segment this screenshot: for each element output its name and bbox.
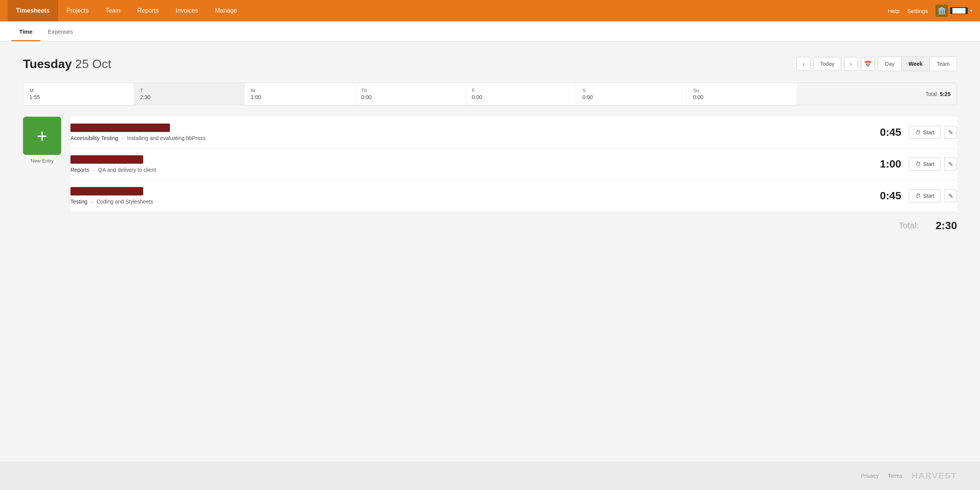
new-entry-column: + New Entry [23,117,61,239]
project-bar-2 [70,155,143,164]
fri-label: F [472,88,570,93]
total-row: Total: 2:30 [70,212,957,239]
clock-icon-3: ⏱ [915,193,921,199]
tab-time[interactable]: Time [11,21,40,41]
project-name-2: Reports [70,167,89,173]
entry-duration-2: 1:00 [871,158,901,170]
settings-link[interactable]: Settings [907,8,928,14]
tue-label: T [140,88,238,93]
week-day-sun[interactable]: Su 0:00 [687,83,797,105]
help-link[interactable]: Help [888,8,900,14]
week-day-wed[interactable]: W 1:00 [245,83,355,105]
week-day-thu[interactable]: Th 0:00 [355,83,466,105]
nav-items: Timesheets Projects Team Reports Invoice… [8,0,888,21]
footer: Privacy Terms HARVEST [0,462,980,490]
view-team-button[interactable]: Team [930,57,957,71]
nav-projects[interactable]: Projects [58,0,97,21]
calendar-icon: 📅 [864,60,872,68]
week-day-mon[interactable]: M 1:55 [23,83,134,105]
entry-info-3: Testing – Coding and Stylesheets [70,187,863,205]
sat-hours: 0:00 [582,94,680,100]
project-bar-3 [70,187,143,195]
date-controls: ‹ Today › 📅 Day Week Team [797,57,957,71]
top-navigation: Timesheets Projects Team Reports Invoice… [0,0,980,21]
week-total-text: Total: 5:25 [926,91,951,97]
nav-invoices[interactable]: Invoices [167,0,207,21]
brand-logo: HARVEST [911,471,957,481]
entry-duration-3: 0:45 [871,190,901,202]
nav-team[interactable]: Team [97,0,129,21]
topnav-right: Help Settings 🏛️ ████ ▾ [888,5,972,17]
week-total: Total: 5:25 [797,83,957,105]
timesheet-body: + New Entry Accessibility Testing – Inst… [23,117,957,239]
entry-description-1: Accessibility Testing – Installing and e… [70,135,863,141]
nav-reports[interactable]: Reports [129,0,167,21]
next-day-button[interactable]: › [844,57,858,71]
avatar: 🏛️ [936,5,948,17]
main-content: Tuesday 25 Oct ‹ Today › 📅 Day Week Team… [0,41,980,462]
edit-button-3[interactable]: ✎ [944,189,957,202]
entry-info-2: Reports – QA and delivery to client [70,155,863,173]
page-tabs: Time Expenses [0,21,980,41]
project-bar-1 [70,124,170,132]
task-3: Coding and Stylesheets [96,199,153,205]
project-name-3: Testing [70,199,87,205]
user-menu[interactable]: 🏛️ ████ ▾ [936,5,972,17]
tab-expenses[interactable]: Expenses [40,21,81,41]
edit-button-2[interactable]: ✎ [944,158,957,171]
calendar-button[interactable]: 📅 [861,57,875,71]
table-row: Accessibility Testing – Installing and e… [70,117,957,148]
new-entry-label: New Entry [31,158,54,164]
total-value: 2:30 [926,220,957,232]
new-entry-button[interactable]: + [23,117,61,155]
separator-2: – [92,167,95,173]
terms-link[interactable]: Terms [888,473,902,479]
entry-actions-1: ⏱ Start ✎ [909,126,957,139]
tue-hours: 2:30 [140,94,238,100]
sun-hours: 0:00 [693,94,791,100]
week-day-tue[interactable]: T 2:30 [134,83,245,105]
start-button-3[interactable]: ⏱ Start [909,189,941,202]
mon-label: M [29,88,127,93]
sat-label: S [582,88,680,93]
entry-description-2: Reports – QA and delivery to client [70,167,863,173]
entry-actions-3: ⏱ Start ✎ [909,189,957,202]
prev-day-button[interactable]: ‹ [797,57,810,71]
separator-3: – [90,199,93,205]
date-header: Tuesday 25 Oct ‹ Today › 📅 Day Week Team [23,57,957,71]
sun-label: Su [693,88,791,93]
date-title: Tuesday 25 Oct [23,57,111,71]
project-name-1: Accessibility Testing [70,135,118,141]
clock-icon-2: ⏱ [915,161,921,167]
view-toggle: Day Week Team [878,57,957,71]
privacy-link[interactable]: Privacy [861,473,879,479]
separator-1: – [121,135,124,141]
edit-button-1[interactable]: ✎ [944,126,957,139]
today-button[interactable]: Today [813,57,841,71]
task-2: QA and delivery to client [98,167,156,173]
total-label: Total: [898,221,919,231]
start-button-1[interactable]: ⏱ Start [909,126,941,139]
week-grid: M 1:55 T 2:30 W 1:00 Th 0:00 F 0:00 S 0:… [23,83,957,105]
entry-duration-1: 0:45 [871,126,901,138]
start-button-2[interactable]: ⏱ Start [909,158,941,171]
user-name: ████ [950,7,968,14]
thu-hours: 0:00 [361,94,459,100]
fri-hours: 0:00 [472,94,570,100]
dropdown-arrow-icon: ▾ [970,8,972,13]
nav-timesheets[interactable]: Timesheets [8,0,58,21]
date-string: 25 Oct [75,57,111,71]
table-row: Reports – QA and delivery to client 1:00… [70,148,957,180]
view-week-button[interactable]: Week [902,57,929,71]
thu-label: Th [361,88,459,93]
entry-info-1: Accessibility Testing – Installing and e… [70,124,863,141]
entries-list: Accessibility Testing – Installing and e… [70,117,957,239]
week-day-sat[interactable]: S 0:00 [576,83,687,105]
entry-actions-2: ⏱ Start ✎ [909,158,957,171]
entry-description-3: Testing – Coding and Stylesheets [70,199,863,205]
nav-manage[interactable]: Manage [206,0,245,21]
clock-icon-1: ⏱ [915,129,921,135]
view-day-button[interactable]: Day [878,57,902,71]
week-day-fri[interactable]: F 0:00 [466,83,577,105]
task-1: Installing and evaluating bbPress [127,135,206,141]
